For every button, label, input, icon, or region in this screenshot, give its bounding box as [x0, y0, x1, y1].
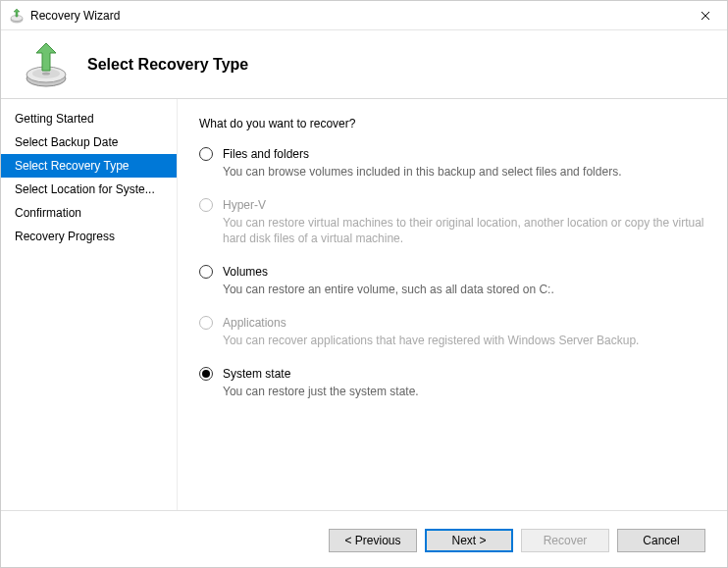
option-title: System state [223, 366, 705, 382]
recovery-header-icon [23, 41, 70, 88]
sidebar-item-select-backup-date[interactable]: Select Backup Date [1, 130, 177, 154]
sidebar-item-recovery-progress[interactable]: Recovery Progress [1, 225, 177, 248]
titlebar: Recovery Wizard [1, 1, 727, 30]
previous-button[interactable]: < Previous [329, 529, 417, 552]
recovery-wizard-icon [9, 8, 25, 24]
radio-files-folders[interactable] [199, 147, 213, 161]
wizard-steps-sidebar: Getting Started Select Backup Date Selec… [1, 99, 178, 510]
radio-applications [199, 316, 213, 330]
option-desc: You can browse volumes included in this … [223, 164, 705, 180]
window-title: Recovery Wizard [30, 9, 120, 23]
wizard-content: What do you want to recover? Files and f… [178, 99, 727, 510]
recover-button: Recover [521, 529, 609, 552]
option-applications: Applications You can recover application… [199, 315, 705, 348]
radio-system-state[interactable] [199, 367, 213, 381]
option-system-state[interactable]: System state You can restore just the sy… [199, 366, 705, 399]
option-title: Volumes [223, 264, 705, 280]
next-button[interactable]: Next > [425, 529, 513, 552]
cancel-button[interactable]: Cancel [617, 529, 705, 552]
sidebar-item-select-location[interactable]: Select Location for Syste... [1, 178, 177, 201]
close-button[interactable] [683, 1, 727, 30]
option-files-folders[interactable]: Files and folders You can browse volumes… [199, 146, 705, 180]
content-prompt: What do you want to recover? [199, 117, 705, 130]
option-title: Applications [223, 315, 705, 331]
radio-volumes[interactable] [199, 265, 213, 279]
option-hyper-v: Hyper-V You can restore virtual machines… [199, 197, 705, 246]
option-volumes[interactable]: Volumes You can restore an entire volume… [199, 264, 705, 297]
page-title: Select Recovery Type [87, 56, 248, 74]
svg-point-5 [42, 72, 50, 75]
sidebar-item-getting-started[interactable]: Getting Started [1, 107, 177, 130]
wizard-footer: < Previous Next > Recover Cancel [1, 510, 727, 568]
option-desc: You can restore just the system state. [223, 384, 705, 399]
option-title: Files and folders [223, 146, 705, 162]
option-title: Hyper-V [223, 197, 705, 213]
wizard-header: Select Recovery Type [1, 30, 727, 99]
option-desc: You can recover applications that have r… [223, 333, 705, 348]
option-desc: You can restore an entire volume, such a… [223, 282, 705, 297]
option-desc: You can restore virtual machines to thei… [223, 215, 705, 246]
sidebar-item-confirmation[interactable]: Confirmation [1, 201, 177, 225]
sidebar-item-select-recovery-type[interactable]: Select Recovery Type [1, 154, 177, 178]
radio-hyper-v [199, 198, 213, 212]
